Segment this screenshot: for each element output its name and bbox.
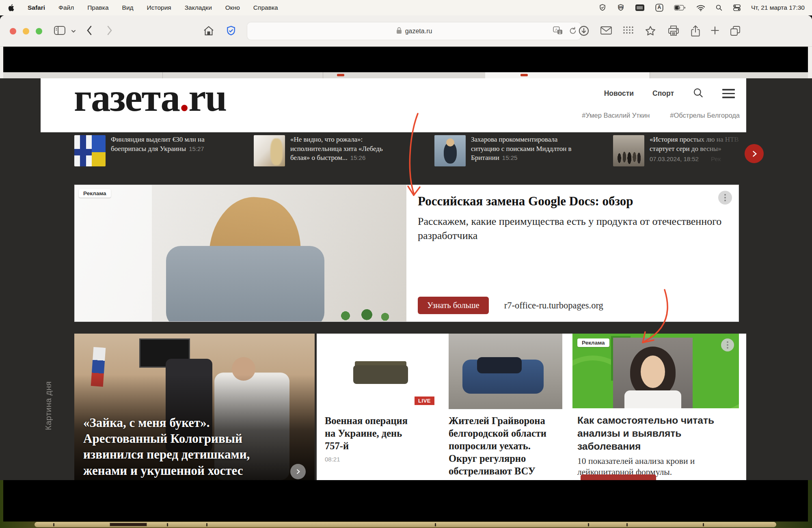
nav-news-link[interactable]: Новости [604, 89, 634, 98]
ad-card[interactable]: Реклама Как самостоятельно читать анализ… [572, 334, 739, 480]
carousel-item[interactable]: «Не видно, что рожала»: исполнительница … [254, 135, 412, 166]
shield-check-icon[interactable] [598, 4, 607, 12]
carousel-thumb-series [613, 135, 644, 166]
ad-title[interactable]: Как самостоятельно читать анализы и выяв… [577, 414, 719, 453]
site-search-icon[interactable] [693, 87, 704, 100]
input-source-icon[interactable]: A [655, 3, 664, 12]
home-button[interactable] [203, 25, 214, 38]
sidebar-chevron-icon[interactable] [71, 28, 76, 35]
carousel-thumb-briefing [434, 135, 466, 166]
nav-sport-link[interactable]: Спорт [652, 89, 674, 98]
menubar-clock[interactable]: Чт, 21 марта 17:30 [751, 4, 805, 11]
hashtag-link[interactable]: #Умер Василий Уткин [582, 112, 650, 119]
tab-overview-icon[interactable] [729, 25, 741, 38]
safari-window: gazeta.ru A [0, 15, 812, 480]
minimize-window-button[interactable] [23, 28, 29, 34]
trending-hashtags: #Умер Василий Уткин #Обстрелы Белгорода [582, 112, 740, 119]
sidebar-toggle-icon[interactable] [54, 25, 66, 37]
menubar-app-name[interactable]: Safari [28, 4, 45, 11]
site-header: газета.ru Новости Спорт #Умер Василий Ут… [41, 78, 746, 132]
ad-cta-button[interactable]: Узнать больше [418, 297, 489, 314]
ad-badge: Реклама [577, 338, 609, 347]
shield-99-icon[interactable]: 99 [617, 4, 625, 12]
main-ad-block[interactable]: Реклама Российская замена Google Docs: о… [74, 185, 739, 322]
downloads-icon[interactable] [578, 25, 590, 38]
translate-icon[interactable]: A [553, 26, 563, 37]
logo-dot: . [179, 78, 188, 119]
ad-options-kebab-icon[interactable] [718, 191, 732, 205]
close-window-button[interactable] [10, 28, 16, 34]
extensions-grid-icon[interactable] [622, 25, 634, 37]
news-title[interactable]: Военная операция на Украине, день 757-й [325, 414, 413, 452]
adguard-shield-icon[interactable] [225, 25, 237, 38]
carousel-item[interactable]: Захарова прокомментировала ситуацию с по… [434, 135, 597, 166]
news-title[interactable]: Жителей Грайворона белгородской области … [449, 414, 559, 478]
menu-window[interactable]: Окно [225, 4, 240, 11]
photo-decoration [613, 338, 693, 408]
macos-menubar: Safari Файл Правка Вид История Закладки … [0, 0, 812, 15]
live-badge: LIVE [415, 397, 434, 405]
back-button[interactable] [86, 25, 93, 37]
new-tab-icon[interactable] [710, 25, 720, 37]
redaction-bar-bottom [3, 480, 808, 522]
apple-logo-icon[interactable] [7, 4, 14, 12]
bookmark-star-icon[interactable] [645, 25, 656, 38]
screen: Safari Файл Правка Вид История Закладки … [0, 0, 812, 528]
battery-charging-icon[interactable] [674, 4, 686, 11]
menu-help[interactable]: Справка [253, 4, 278, 11]
zoom-window-button[interactable] [36, 28, 42, 34]
spotlight-search-icon[interactable] [715, 4, 723, 11]
news-card-main[interactable]: «Зайка, с меня букет». Арестованный Коло… [74, 334, 315, 480]
shield-badge-count: 99 [617, 5, 625, 9]
logo-tld: ru [188, 78, 226, 119]
dock-indicator [206, 523, 207, 526]
ad-options-kebab-icon[interactable] [721, 338, 734, 351]
ad-advertiser-link[interactable]: r7-office-ru.turbopages.org [504, 300, 603, 311]
carousel-time: 15:27 [189, 145, 204, 152]
ad-button-partial[interactable] [581, 474, 656, 480]
page-viewport: газета.ru Новости Спорт #Умер Василий Ут… [0, 78, 812, 480]
photo-decoration [166, 246, 324, 321]
news-headline[interactable]: «Зайка, с меня букет». Арестованный Коло… [83, 415, 271, 478]
control-center-icon[interactable] [733, 4, 741, 11]
menu-history[interactable]: История [147, 4, 171, 11]
ad-badge: Реклама [79, 189, 111, 198]
tab-strip[interactable] [3, 72, 808, 78]
hamburger-menu-icon[interactable] [722, 89, 735, 98]
dock-indicator [53, 523, 54, 526]
active-tab-sliver[interactable] [485, 72, 650, 78]
logo-word: газета [74, 78, 179, 119]
carousel-title[interactable]: Захарова прокомментировала ситуацию с по… [471, 136, 572, 162]
dock-indicator [167, 523, 168, 526]
wifi-icon[interactable] [696, 4, 705, 11]
address-bar[interactable]: gazeta.ru A [247, 22, 581, 40]
ad-title[interactable]: Российская замена Google Docs: обзор [418, 194, 727, 209]
carousel-next-button[interactable] [745, 144, 764, 163]
carousel-title[interactable]: «Не видно, что рожала»: исполнительница … [290, 136, 383, 162]
menu-edit[interactable]: Правка [87, 4, 108, 11]
forward-button[interactable] [106, 25, 113, 37]
carousel-item[interactable]: Финляндия выделит €30 млн на боеприпасы … [74, 135, 214, 166]
lock-icon [396, 27, 402, 36]
dock[interactable] [35, 522, 776, 527]
menu-file[interactable]: Файл [58, 4, 74, 11]
ad-subtitle: Расскажем, какие преимущества есть у про… [418, 214, 739, 243]
news-card[interactable]: LIVE Военная операция на Украине, день 7… [325, 334, 438, 463]
dock-indicator [626, 523, 628, 526]
dock-indicator [588, 523, 589, 526]
news-card[interactable]: Жителей Грайворона белгородской области … [449, 334, 562, 480]
news-image-war: LIVE [325, 334, 438, 409]
expand-arrow-button[interactable] [290, 464, 306, 479]
dock-window-preview[interactable] [110, 523, 147, 526]
ad-content: Российская замена Google Docs: обзор Рас… [406, 185, 739, 321]
mail-share-icon[interactable] [600, 25, 612, 37]
print-icon[interactable] [667, 25, 680, 38]
barcode-icon[interactable] [635, 4, 645, 11]
share-icon[interactable] [690, 25, 701, 39]
menu-bookmarks[interactable]: Закладки [185, 4, 212, 11]
site-logo[interactable]: газета.ru [74, 78, 226, 120]
window-controls [10, 28, 42, 34]
menu-view[interactable]: Вид [122, 4, 134, 11]
hashtag-link[interactable]: #Обстрелы Белгорода [670, 112, 740, 119]
reload-icon[interactable] [568, 26, 577, 37]
